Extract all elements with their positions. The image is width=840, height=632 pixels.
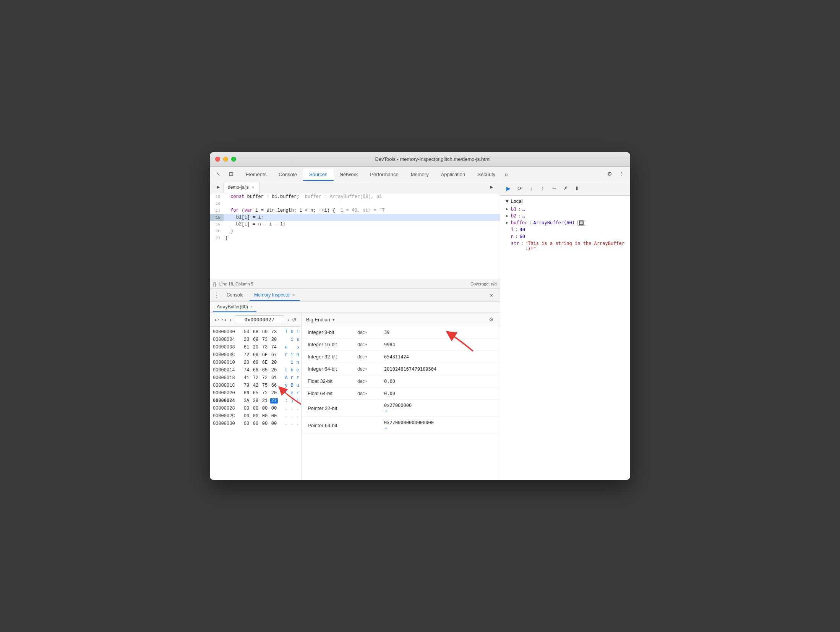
hex-refresh-btn[interactable]: ↺ — [292, 316, 297, 324]
file-tab-close[interactable]: × — [250, 185, 256, 190]
tab-performance[interactable]: Performance — [364, 169, 404, 181]
device-icon[interactable]: ⊡ — [226, 169, 237, 179]
var-row-b1: ▶ b1 : … — [500, 206, 630, 212]
mi-type-rows: Integer 8-bit dec ▾ 39 Integer 16-b — [302, 326, 500, 480]
minimize-button[interactable] — [223, 157, 228, 162]
devtools-toolbar-icons: ↖ ⊡ — [213, 169, 237, 179]
inspector-settings-btn[interactable]: ⚙ — [487, 315, 495, 324]
tab-console[interactable]: Console — [272, 169, 303, 181]
tab-memory-inspector[interactable]: Memory Inspector × — [250, 290, 299, 301]
memory-inspector-close[interactable]: × — [292, 293, 295, 297]
tab-security[interactable]: Security — [471, 169, 501, 181]
mi-row-float32: Float 32-bit dec ▾ 0.00 — [302, 375, 500, 387]
hex-row-1c: 0000001C 79 42 75 66 y — [210, 382, 301, 389]
close-button[interactable] — [215, 157, 220, 162]
hex-row-24: 00000024 3A 29 21 27 : — [210, 397, 301, 405]
window-buttons — [215, 157, 236, 162]
braces-icon: {} — [213, 281, 216, 287]
hex-undo-btn[interactable]: ↩ — [214, 316, 219, 324]
code-editor: 15 const buffer = b1.buffer; buffer = Ar… — [210, 193, 500, 279]
devtools-panel: ↖ ⊡ Elements Console Sources Network Per… — [210, 167, 630, 480]
mi-fmt-int8[interactable]: dec ▾ — [357, 330, 384, 335]
line-content-15: const buffer = b1.buffer; buffer = Array… — [224, 193, 500, 200]
mi-row-int8: Integer 8-bit dec ▾ 39 — [302, 326, 500, 339]
debug-step-over-btn[interactable]: ⟳ — [515, 183, 525, 193]
hex-bytes-00: 54 68 69 73 — [243, 329, 278, 335]
debug-deactivate-btn[interactable]: ✗ — [561, 183, 571, 193]
hex-row-00: 00000000 54 68 69 73 T — [210, 328, 301, 336]
mi-fmt-int32[interactable]: dec ▾ — [357, 354, 384, 360]
hex-row-10: 00000010 20 69 6E 20 — [210, 359, 301, 366]
more-options-icon[interactable]: ⋮ — [616, 169, 627, 179]
file-tab-bar: ▶ demo-js.js × ▶ — [210, 181, 500, 193]
code-line-18: 18 b1[i] = i; — [210, 214, 500, 221]
mi-row-ptr64: Pointer 64-bit 0x2700000000000000 → — [302, 417, 500, 434]
var-row-buffer: ▶ buffer : ArrayBuffer(60) 🔲 — [500, 219, 630, 226]
line-content-17: for (var i = str.length; i < n; ++i) { i… — [224, 207, 500, 214]
mi-fmt-int64[interactable]: dec ▾ — [357, 366, 384, 372]
mi-type-name-float32: Float 32-bit — [308, 378, 357, 384]
hex-next-btn[interactable]: › — [287, 316, 289, 324]
cursor-icon[interactable]: ↖ — [213, 169, 224, 179]
window-title: DevTools - memory-inspector.glitch.me/de… — [241, 156, 625, 162]
tab-network[interactable]: Network — [334, 169, 364, 181]
status-bar: {} Line 18, Column 5 Coverage: n/a — [210, 279, 500, 289]
endian-bar: Big Endian ▼ ⚙ — [302, 313, 500, 326]
debug-pause-btn[interactable]: ⏸ — [572, 183, 582, 193]
line-num-16: 16 — [210, 200, 224, 207]
settings-icon[interactable]: ⚙ — [604, 169, 615, 179]
tab-more[interactable]: » — [501, 169, 511, 181]
mi-value-ptr32: 0x27000000 → — [384, 403, 494, 413]
bottom-tab-bar: ⋮ Console Memory Inspector × × — [210, 289, 500, 301]
code-line-15: 15 const buffer = b1.buffer; buffer = Ar… — [210, 193, 500, 200]
tab-memory[interactable]: Memory — [405, 169, 435, 181]
endian-select[interactable]: Big Endian ▼ — [306, 317, 336, 322]
tab-application[interactable]: Application — [435, 169, 472, 181]
var-expand-b1[interactable]: ▶ — [505, 206, 509, 211]
file-tab-demo-js[interactable]: demo-js.js × — [224, 182, 260, 193]
hex-row-18: 00000018 41 72 72 61 A — [210, 374, 301, 382]
array-buffer-tab-label: ArrayBuffer(60) — [217, 304, 248, 310]
debug-step-out-btn[interactable]: ↑ — [538, 183, 548, 193]
play-icon[interactable]: ▶ — [213, 182, 224, 193]
var-expand-b2[interactable]: ▶ — [505, 213, 509, 218]
hex-address-input[interactable] — [235, 315, 284, 324]
hex-content: 00000000 54 68 69 73 T — [210, 327, 301, 480]
mi-fmt-float64[interactable]: dec ▾ — [357, 391, 384, 396]
close-bottom-panel-icon[interactable]: × — [486, 290, 497, 301]
debug-play-btn[interactable]: ▶ — [503, 183, 513, 193]
mi-type-name-int64: Integer 64-bit — [308, 366, 357, 372]
line-num-21: 21 — [210, 235, 224, 241]
bottom-tab-menu[interactable]: ⋮ — [213, 292, 221, 299]
tab-console-bottom[interactable]: Console — [222, 290, 248, 301]
array-buffer-tab[interactable]: ArrayBuffer(60) × — [213, 302, 256, 312]
tab-sources[interactable]: Sources — [303, 169, 334, 181]
file-tab-right-icon: ▶ — [483, 182, 497, 193]
line-num-20: 20 — [210, 228, 224, 235]
maximize-button[interactable] — [231, 157, 236, 162]
mi-fmt-float32[interactable]: dec ▾ — [357, 379, 384, 384]
hex-redo-btn[interactable]: ↪ — [222, 316, 227, 324]
selected-byte[interactable]: 27 — [270, 398, 278, 404]
hex-row-0c: 0000000C 72 69 6E 67 r — [210, 351, 301, 359]
hex-row-20: 00000020 66 65 72 20 f — [210, 389, 301, 397]
tab-elements[interactable]: Elements — [240, 169, 272, 181]
var-expand-i — [505, 227, 509, 232]
debug-step-btn[interactable]: → — [549, 183, 559, 193]
debug-step-into-btn[interactable]: ↓ — [526, 183, 536, 193]
run-snippet-icon[interactable]: ▶ — [486, 182, 497, 193]
ptr64-link[interactable]: → — [384, 425, 494, 431]
mi-type-name-int32: Integer 32-bit — [308, 354, 357, 360]
devtools-tabs: Elements Console Sources Network Perform… — [240, 167, 511, 181]
mi-type-name-int8: Integer 8-bit — [308, 329, 357, 335]
mi-fmt-int16[interactable]: dec ▾ — [357, 342, 384, 347]
ptr32-link[interactable]: → — [384, 408, 494, 413]
array-buffer-tab-close[interactable]: × — [250, 305, 253, 309]
file-tab-name: demo-js.js — [228, 185, 249, 190]
devtools-tab-bar: ↖ ⊡ Elements Console Sources Network Per… — [210, 167, 630, 181]
line-content-20: } — [224, 228, 500, 235]
mi-value-ptr64: 0x2700000000000000 → — [384, 420, 494, 431]
var-expand-buffer[interactable]: ▶ — [505, 220, 509, 225]
right-column: ▶ ⟳ ↓ ↑ → ✗ ⏸ ▼ Local ▶ b1 : — [500, 181, 630, 480]
hex-prev-btn[interactable]: ‹ — [230, 316, 232, 324]
